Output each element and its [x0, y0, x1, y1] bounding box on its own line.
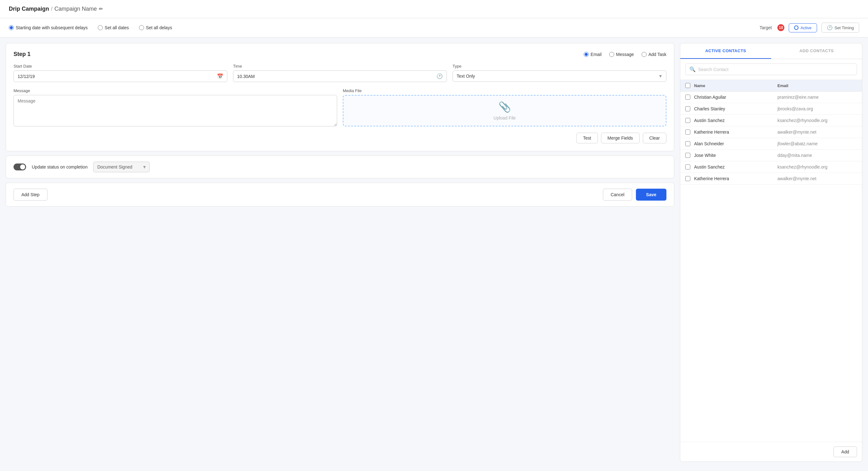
- type-label: Type: [453, 64, 666, 68]
- contact-checkbox-0[interactable]: [685, 95, 690, 100]
- active-label: Active: [800, 26, 811, 30]
- radio-add-task[interactable]: Add Task: [642, 52, 666, 57]
- media-file-label: Media File: [343, 88, 666, 93]
- toggle-slider: [13, 163, 26, 170]
- contact-checkbox-3[interactable]: [685, 129, 690, 134]
- contacts-table: Name Email Christian Aguilar pramirez@ei…: [680, 80, 862, 442]
- contact-name-0: Christian Aguilar: [694, 95, 774, 100]
- status-toggle[interactable]: [13, 163, 26, 170]
- contact-email-1: jbrooks@zava.org: [777, 106, 857, 111]
- add-step-button[interactable]: Add Step: [13, 189, 48, 200]
- campaign-name: Campaign Name: [54, 6, 97, 12]
- contact-name-7: Katherine Herrera: [694, 176, 774, 181]
- type-select[interactable]: Text Only HTML Text + HTML: [453, 70, 666, 82]
- select-all-checkbox[interactable]: [685, 83, 690, 88]
- bottom-actions: Cancel Save: [603, 189, 666, 200]
- contact-row: Christian Aguilar pramirez@eire.name: [680, 92, 862, 103]
- cancel-button[interactable]: Cancel: [603, 189, 632, 200]
- tab-add-contacts[interactable]: ADD CONTACTS: [771, 43, 862, 59]
- tab-active-contacts[interactable]: ACTIVE CONTACTS: [680, 43, 771, 59]
- clock-icon: 🕐: [827, 25, 833, 31]
- type-group: Type Text Only HTML Text + HTML ▼: [453, 64, 666, 82]
- step-header: Step 1 Email Message Add Task: [13, 51, 666, 58]
- set-timing-label: Set Timing: [835, 26, 854, 30]
- radio-set-all-dates-label: Set all dates: [105, 25, 129, 30]
- upload-text: Upload File: [493, 116, 516, 120]
- contact-name-5: Jose White: [694, 153, 774, 158]
- main-content: Step 1 Email Message Add Task: [0, 37, 868, 468]
- search-input[interactable]: [698, 67, 853, 72]
- radio-add-task-input[interactable]: [642, 52, 647, 57]
- contact-checkbox-4[interactable]: [685, 141, 690, 146]
- calendar-icon: 📅: [217, 73, 223, 79]
- status-label: Update status on completion: [32, 164, 87, 169]
- add-contact-button[interactable]: Add: [833, 446, 857, 457]
- contact-checkbox-1[interactable]: [685, 106, 690, 111]
- top-header: Drip Campaign / Campaign Name ✏: [0, 0, 868, 18]
- radio-set-all-dates-input[interactable]: [98, 25, 103, 30]
- col-email-header: Email: [777, 83, 857, 88]
- time-input-wrap: 🕐: [233, 70, 447, 82]
- contact-row: Austin Sanchez ksanchez@rhynoodle.org: [680, 115, 862, 126]
- message-group: Message: [13, 88, 337, 126]
- tabs-row: ACTIVE CONTACTS ADD CONTACTS: [680, 43, 862, 59]
- message-label: Message: [13, 88, 337, 93]
- save-button[interactable]: Save: [636, 189, 666, 200]
- clear-button[interactable]: Clear: [643, 133, 666, 144]
- search-icon: 🔍: [689, 66, 696, 72]
- table-header: Name Email: [680, 80, 862, 92]
- breadcrumb-separator: /: [51, 6, 53, 12]
- toolbar: Starting date with subsequent delays Set…: [0, 18, 868, 37]
- contact-checkbox-2[interactable]: [685, 118, 690, 123]
- upload-file-icon: 📎: [498, 101, 511, 113]
- contact-email-3: awalker@mynte.net: [777, 129, 857, 134]
- radio-set-all-delays-input[interactable]: [139, 25, 144, 30]
- active-button[interactable]: Active: [789, 23, 817, 32]
- search-bar: 🔍: [680, 59, 862, 80]
- message-textarea[interactable]: [13, 95, 337, 126]
- contact-name-1: Charles Stanley: [694, 106, 774, 111]
- radio-message-label: Message: [616, 52, 634, 57]
- type-select-wrap: Text Only HTML Text + HTML ▼: [453, 70, 666, 82]
- radio-set-all-delays[interactable]: Set all delays: [139, 25, 172, 30]
- time-group: Time 🕐: [233, 64, 447, 82]
- type-radio-options: Email Message Add Task: [584, 52, 666, 57]
- contact-checkbox-6[interactable]: [685, 164, 690, 169]
- clock-icon: 🕐: [436, 73, 443, 79]
- start-date-input[interactable]: [18, 74, 215, 79]
- left-panel: Step 1 Email Message Add Task: [6, 43, 674, 462]
- radio-message-input[interactable]: [609, 52, 614, 57]
- merge-fields-button[interactable]: Merge Fields: [601, 133, 640, 144]
- test-button[interactable]: Test: [577, 133, 598, 144]
- contact-checkbox-7[interactable]: [685, 176, 690, 181]
- radio-starting-date-label: Starting date with subsequent delays: [16, 25, 88, 30]
- contact-checkbox-5[interactable]: [685, 153, 690, 158]
- time-input[interactable]: [237, 74, 434, 79]
- status-select-wrap: Document Signed Active Inactive Pending …: [93, 162, 150, 172]
- message-media-row: Message Media File 📎 Upload File: [13, 88, 666, 126]
- toolbar-right: Target 10 Active 🕐 Set Timing: [760, 23, 859, 33]
- contact-email-2: ksanchez@rhynoodle.org: [777, 118, 857, 123]
- contact-email-6: ksanchez@rhynoodle.org: [777, 164, 857, 169]
- status-select[interactable]: Document Signed Active Inactive Pending: [93, 162, 150, 172]
- breadcrumb: Drip Campaign / Campaign Name ✏: [9, 6, 103, 12]
- contacts-list: Christian Aguilar pramirez@eire.name Cha…: [680, 92, 862, 185]
- edit-icon[interactable]: ✏: [99, 6, 103, 12]
- search-input-wrap: 🔍: [685, 64, 857, 75]
- upload-box[interactable]: 📎 Upload File: [343, 95, 666, 126]
- start-date-input-wrap: 📅: [13, 70, 227, 82]
- radio-set-all-dates[interactable]: Set all dates: [98, 25, 129, 30]
- form-row-date-time-type: Start Date 📅 Time 🕐 Type: [13, 64, 666, 82]
- add-btn-row: Add: [680, 442, 862, 462]
- radio-starting-date-input[interactable]: [9, 25, 14, 30]
- active-circle-icon: [794, 26, 799, 30]
- contact-email-4: jfowler@abatz.name: [777, 141, 857, 146]
- contact-row: Charles Stanley jbrooks@zava.org: [680, 103, 862, 115]
- radio-starting-date[interactable]: Starting date with subsequent delays: [9, 25, 88, 30]
- start-date-label: Start Date: [13, 64, 227, 68]
- contact-row: Katherine Herrera awalker@mynte.net: [680, 126, 862, 138]
- radio-email-input[interactable]: [584, 52, 589, 57]
- radio-message[interactable]: Message: [609, 52, 634, 57]
- set-timing-button[interactable]: 🕐 Set Timing: [822, 23, 859, 33]
- radio-email[interactable]: Email: [584, 52, 601, 57]
